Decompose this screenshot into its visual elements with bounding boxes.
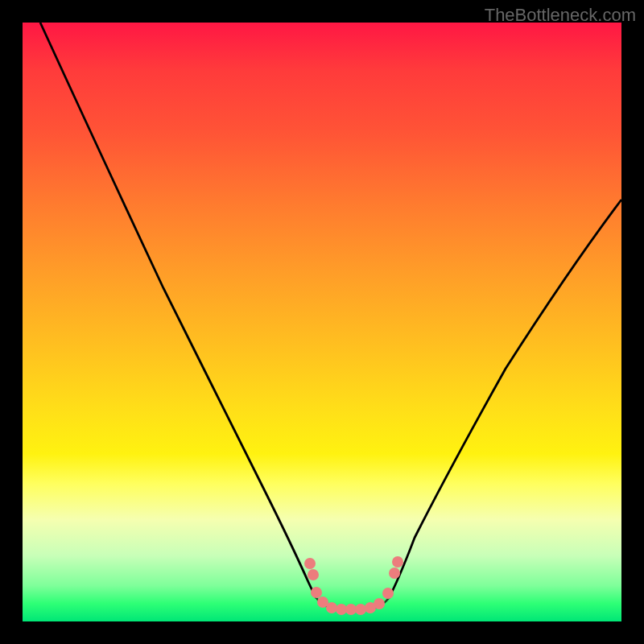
chart-svg [23, 23, 621, 621]
left-bottleneck-curve [40, 23, 316, 598]
data-point[interactable] [311, 587, 322, 598]
optimal-cluster-points [304, 556, 403, 615]
plot-area [23, 23, 621, 621]
curve-group [40, 23, 621, 611]
data-point[interactable] [326, 602, 337, 613]
data-point[interactable] [374, 598, 385, 609]
data-point[interactable] [308, 569, 319, 580]
data-point[interactable] [304, 558, 316, 569]
right-bottleneck-curve [389, 200, 621, 598]
chart-container: TheBottleneck.com [0, 0, 644, 644]
data-point[interactable] [392, 556, 403, 568]
data-point[interactable] [389, 568, 400, 579]
data-point[interactable] [336, 604, 347, 615]
data-point[interactable] [355, 604, 366, 615]
watermark-text: TheBottleneck.com [485, 5, 636, 26]
data-point[interactable] [345, 604, 357, 615]
data-point[interactable] [382, 588, 394, 599]
